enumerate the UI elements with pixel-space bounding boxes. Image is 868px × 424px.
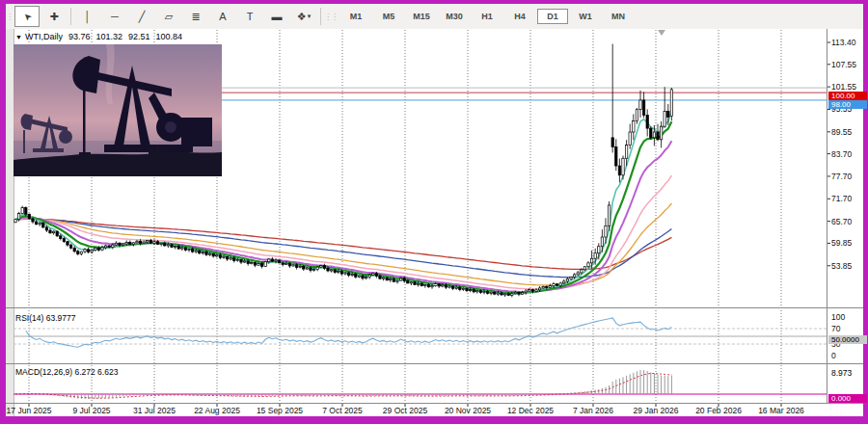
vertical-line-tool[interactable]: │ (75, 6, 100, 27)
candle-body (112, 245, 114, 247)
date-label: 20 Nov 2025 (445, 406, 491, 415)
candle-body (188, 249, 190, 250)
candle-body (549, 286, 551, 288)
candle-body (473, 289, 475, 291)
candle-body (268, 259, 270, 262)
date-label: 17 Jun 2025 (7, 406, 52, 415)
candle-body (546, 286, 548, 287)
candle-body (56, 231, 58, 236)
candle-body (573, 275, 575, 278)
candle-body (653, 132, 655, 138)
candle-body (136, 241, 138, 243)
candle-body (129, 242, 131, 244)
candle-body (17, 213, 19, 219)
candle-body (243, 261, 245, 262)
candle-body (466, 288, 468, 290)
candle-body (160, 243, 162, 244)
candle-body (119, 243, 121, 245)
fibonacci-tool[interactable]: ≣ (183, 6, 208, 27)
horizontal-line-tool[interactable]: ─ (102, 6, 127, 27)
timeframe-M1[interactable]: M1 (340, 9, 371, 24)
candle-body (340, 271, 342, 274)
candle-body (410, 282, 412, 283)
text-tool[interactable]: A (210, 6, 235, 27)
candle-body (657, 132, 659, 140)
price-tick-label: 59.85 (831, 238, 853, 248)
candle-body (355, 275, 357, 278)
timeframe-M5[interactable]: M5 (373, 9, 404, 24)
candle-body (535, 290, 537, 292)
close-value: 100.84 (156, 32, 183, 41)
timeframe-H4[interactable]: H4 (504, 9, 535, 24)
candle-body (379, 276, 381, 278)
candle-body (667, 112, 669, 118)
candle-body (445, 285, 447, 287)
candle-body (282, 263, 284, 265)
candle-body (143, 242, 145, 244)
candle-body (254, 262, 256, 265)
drag-handle: ⋮⋮ (324, 13, 332, 21)
candle-body (32, 219, 34, 222)
candle-body (208, 253, 210, 254)
rsi-line (26, 318, 672, 347)
candle-body (164, 243, 166, 246)
candle-body (199, 251, 201, 253)
candle-body (507, 294, 509, 296)
candle-body (236, 259, 238, 260)
cursor-tool[interactable]: ➤ (14, 6, 40, 27)
candle-body (542, 286, 544, 288)
date-label: 7 Jan 2026 (573, 406, 613, 415)
window-menu-icon[interactable]: ▼ (15, 34, 22, 40)
chart-shift-marker-icon (658, 30, 665, 36)
price-tick-label: 89.55 (831, 127, 853, 137)
candle-body (611, 138, 613, 147)
candle-body (233, 258, 235, 261)
timeframe-D1[interactable]: D1 (537, 9, 568, 24)
timeframe-H1[interactable]: H1 (472, 9, 502, 24)
price-tick-label: 65.70 (831, 217, 853, 226)
candle-body (338, 271, 339, 272)
date-label: 15 Sep 2025 (257, 406, 303, 415)
candle-body (320, 266, 322, 268)
candle-body (483, 291, 485, 292)
candle-body (219, 255, 221, 258)
chart-client-area[interactable]: 113.40107.55101.5595.5589.5583.7077.7071… (6, 29, 863, 416)
candle-body (303, 266, 305, 269)
rectangle-tool[interactable]: ▬ (264, 6, 289, 27)
candle-body (521, 293, 523, 295)
candle-body (264, 262, 266, 267)
timeframe-M30[interactable]: M30 (439, 9, 470, 24)
candle-body (407, 281, 409, 283)
candle-body (156, 242, 158, 245)
candle-body (84, 250, 86, 252)
crosshair-tool[interactable]: ✚ (41, 6, 67, 27)
candle-body (312, 269, 314, 270)
arrows-tool[interactable]: ❖▾ (291, 6, 316, 27)
candle-body (191, 249, 193, 252)
symbol-period-label: WTI,Daily (25, 32, 63, 41)
candle-body (132, 243, 134, 245)
candle-body (382, 278, 384, 278)
timeframe-M15[interactable]: M15 (406, 9, 437, 24)
candle-body (67, 242, 68, 246)
trendline-tool[interactable]: ╱ (129, 6, 154, 27)
candle-body (494, 292, 496, 294)
candle-body (334, 270, 336, 273)
candle-body (587, 263, 589, 267)
macd-indicator-label: MACD(12,26,9) 6.272 6.623 (15, 367, 118, 377)
candle-body (49, 230, 51, 233)
candle-body (139, 241, 141, 243)
price-tick-label: 101.55 (831, 82, 856, 92)
candle-body (583, 267, 585, 270)
date-label: 31 Jul 2025 (133, 406, 176, 415)
toolbar-separator (320, 8, 321, 25)
candle-body (462, 288, 464, 289)
timeframe-W1[interactable]: W1 (570, 9, 601, 24)
channel-tool[interactable]: ▱ (156, 6, 181, 27)
text-label-tool[interactable]: T (237, 6, 262, 27)
candle-body (63, 239, 65, 242)
timeframe-MN[interactable]: MN (603, 9, 634, 24)
candle-body (518, 292, 520, 294)
candle-body (556, 284, 557, 286)
candle-body (223, 256, 225, 257)
